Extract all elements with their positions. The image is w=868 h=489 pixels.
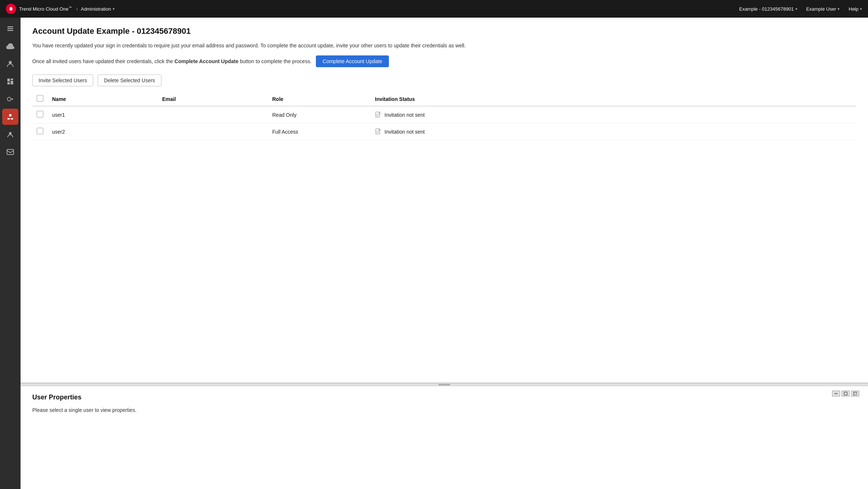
sidebar-item-mail[interactable] [2, 144, 18, 160]
top-nav-right: Example - 012345678901 ▾ Example User ▾ … [739, 6, 862, 12]
resize-handle[interactable] [21, 383, 868, 386]
panel-minimize-button[interactable] [832, 391, 840, 396]
brand-name: Trend Micro Cloud One™ [19, 6, 72, 12]
upper-panel: Account Update Example - 012345678901 Yo… [21, 18, 868, 383]
main-layout: Account Update Example - 012345678901 Yo… [0, 18, 868, 489]
col-header-role: Role [268, 92, 371, 106]
complete-row: Once all invited users have updated thei… [32, 55, 856, 67]
account-dropdown[interactable]: Example - 012345678901 ▾ [739, 6, 798, 12]
select-all-checkbox[interactable] [37, 95, 43, 102]
help-dropdown[interactable]: Help ▾ [849, 6, 862, 12]
resize-dots [438, 384, 450, 385]
user-properties-title: User Properties [32, 394, 856, 401]
table-row: user2 Full Access Invit [32, 123, 856, 140]
svg-rect-8 [7, 82, 10, 84]
admin-caret: ▾ [113, 7, 115, 11]
row-invitation-status: Invitation not sent [371, 123, 856, 140]
panel-controls [832, 391, 859, 396]
row-checkbox-1[interactable] [37, 128, 43, 134]
sidebar-item-alert[interactable] [2, 109, 18, 125]
complete-account-update-button[interactable]: Complete Account Update [316, 55, 389, 67]
panel-expand-button[interactable] [851, 391, 859, 396]
account-caret: ▾ [795, 7, 798, 11]
svg-rect-15 [7, 149, 14, 155]
description-text: You have recently updated your sign in c… [32, 42, 856, 50]
row-invitation-status: Invitation not sent [371, 106, 856, 123]
invitation-doc-icon [375, 112, 382, 118]
svg-point-12 [7, 118, 10, 120]
logo: Trend Micro Cloud One™ [6, 4, 72, 14]
col-header-checkbox [32, 92, 48, 106]
svg-point-11 [9, 114, 12, 117]
action-row: Invite Selected Users Delete Selected Us… [32, 75, 856, 86]
sidebar [0, 18, 21, 489]
sidebar-item-menu[interactable] [2, 21, 18, 37]
row-email [158, 106, 268, 123]
user-caret: ▾ [838, 7, 840, 11]
svg-point-14 [9, 132, 12, 135]
admin-nav-item[interactable]: Administration ▾ [81, 6, 114, 12]
logo-icon [6, 4, 16, 14]
svg-rect-27 [854, 393, 857, 395]
user-properties-empty-text: Please select a single user to view prop… [32, 407, 856, 413]
col-header-invitation-status: Invitation Status [371, 92, 856, 106]
table-row: user1 Read Only Invitat [32, 106, 856, 123]
users-table: Name Email Role Invitation Status user1 … [32, 92, 856, 140]
svg-rect-3 [7, 30, 13, 31]
col-header-name: Name [48, 92, 158, 106]
delete-selected-users-button[interactable]: Delete Selected Users [98, 75, 161, 86]
complete-note: Once all invited users have updated thei… [32, 58, 311, 65]
lower-panel: User Properties Please select a single u… [21, 386, 868, 489]
row-name: user2 [48, 123, 158, 140]
svg-rect-7 [11, 81, 13, 84]
admin-label: Administration [81, 6, 111, 12]
svg-point-4 [9, 61, 12, 64]
row-checkbox-cell [32, 123, 48, 140]
svg-rect-25 [844, 392, 847, 395]
svg-point-13 [11, 118, 13, 120]
row-role: Full Access [268, 123, 371, 140]
row-checkbox-0[interactable] [37, 111, 43, 117]
user-dropdown[interactable]: Example User ▾ [806, 6, 840, 12]
svg-point-9 [7, 97, 11, 101]
sidebar-item-group[interactable] [2, 126, 18, 142]
row-checkbox-cell [32, 106, 48, 123]
col-header-email: Email [158, 92, 268, 106]
page-title: Account Update Example - 012345678901 [32, 26, 856, 36]
invite-selected-users-button[interactable]: Invite Selected Users [32, 75, 93, 86]
help-caret: ▾ [860, 7, 862, 11]
row-name: user1 [48, 106, 158, 123]
account-label: Example - 012345678901 [739, 6, 794, 12]
nav-chevron: › [76, 6, 78, 12]
sidebar-item-key[interactable] [2, 91, 18, 107]
svg-rect-6 [11, 79, 13, 80]
svg-rect-24 [835, 393, 838, 394]
help-label: Help [849, 6, 858, 12]
sidebar-item-dashboard[interactable] [2, 73, 18, 90]
svg-rect-1 [7, 26, 13, 27]
row-role: Read Only [268, 106, 371, 123]
content-area: Account Update Example - 012345678901 Yo… [21, 18, 868, 489]
sidebar-item-cloud[interactable] [2, 38, 18, 54]
sidebar-item-users[interactable] [2, 56, 18, 72]
svg-rect-5 [7, 79, 10, 82]
svg-rect-2 [7, 28, 13, 29]
row-email [158, 123, 268, 140]
top-navigation: Trend Micro Cloud One™ › Administration … [0, 0, 868, 18]
user-label: Example User [806, 6, 836, 12]
panel-restore-button[interactable] [842, 391, 850, 396]
invitation-doc-icon [375, 128, 382, 135]
